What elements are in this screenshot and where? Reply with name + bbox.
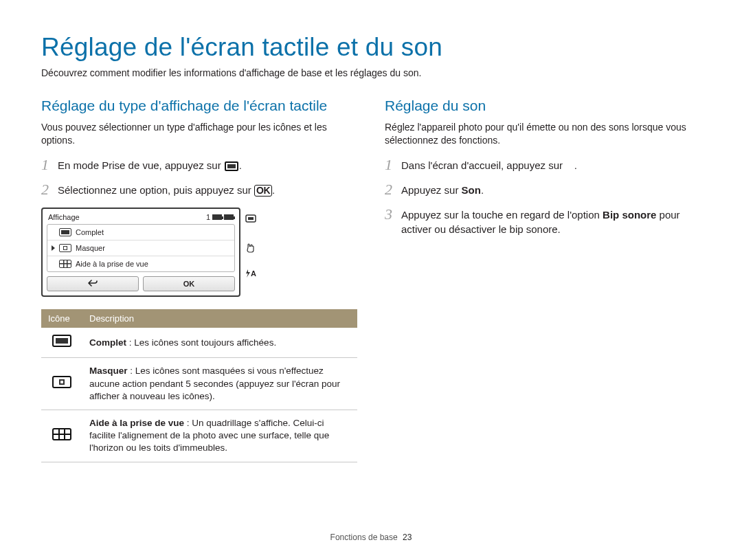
right-step-1: 1 Dans l'écran d'accueil, appuyez sur . — [385, 157, 701, 173]
table-icon-cell — [41, 328, 82, 358]
cs-item-label: Aide à la prise de vue — [76, 260, 148, 268]
hand-ois-icon — [245, 242, 257, 251]
selection-marker-icon — [52, 245, 55, 251]
cs-item-label: Complet — [76, 228, 104, 236]
table-icon-cell — [41, 358, 82, 410]
masquer-icon — [59, 244, 71, 252]
cs-buttons: OK — [47, 276, 235, 291]
cs-count: 1 — [206, 213, 210, 221]
step-text: Sélectionnez une option, puis appuyez su… — [58, 181, 275, 197]
left-step-1: 1 En mode Prise de vue, appuyez sur . — [41, 157, 357, 173]
cs-item-masquer: Masquer — [47, 240, 234, 256]
grid-icon — [52, 428, 71, 440]
masquer-icon — [52, 376, 71, 388]
step-text-part: Appuyez sur la touche en regard de l'opt… — [401, 209, 603, 221]
step-number: 1 — [41, 157, 58, 173]
step-text-part: . — [481, 184, 484, 196]
right-column: Réglage du son Réglez l'appareil photo p… — [385, 98, 701, 462]
cs-back-button — [47, 276, 139, 291]
table-desc-cell: Complet : Les icônes sont toujours affic… — [82, 328, 357, 358]
cs-item-complet: Complet — [47, 225, 234, 240]
page-title: Réglage de l'écran tactile et du son — [41, 33, 701, 62]
footer-section: Fonctions de base — [330, 533, 398, 542]
step-number: 3 — [385, 206, 401, 223]
grid-icon — [59, 260, 71, 268]
table-row: Masquer : Les icônes sont masquées si vo… — [41, 358, 357, 410]
step-text: En mode Prise de vue, appuyez sur . — [58, 157, 242, 172]
left-column: Réglage du type d'affichage de l'écran t… — [41, 98, 357, 462]
right-steps: 1 Dans l'écran d'accueil, appuyez sur . … — [385, 157, 701, 236]
cs-ok-button: OK — [143, 276, 235, 291]
right-heading: Réglage du son — [385, 98, 701, 114]
step-bold-term: Bip sonore — [603, 209, 656, 221]
manual-page: Réglage de l'écran tactile et du son Déc… — [0, 0, 742, 560]
step-text-part: Dans l'écran d'accueil, appuyez sur — [401, 159, 565, 171]
table-row: Aide à la prise de vue : Un quadrillage … — [41, 410, 357, 462]
table-row: Complet : Les icônes sont toujours affic… — [41, 328, 357, 358]
mode-indicator-icon — [245, 214, 257, 224]
cs-title: Affichage — [48, 213, 80, 221]
battery-icon — [224, 214, 234, 220]
two-column-layout: Réglage du type d'affichage de l'écran t… — [41, 98, 701, 462]
row-term: Aide à la prise de vue — [89, 418, 184, 428]
row-desc: : Les icônes sont masquées si vous n'eff… — [89, 366, 340, 401]
table-desc-cell: Aide à la prise de vue : Un quadrillage … — [82, 410, 357, 462]
step-number: 2 — [385, 181, 401, 198]
cs-item-label: Masquer — [76, 244, 105, 252]
step-text-part: Appuyez sur — [401, 184, 462, 196]
row-desc: : Les icônes sont toujours affichées. — [126, 337, 276, 348]
left-steps: 1 En mode Prise de vue, appuyez sur . 2 … — [41, 157, 357, 198]
svg-rect-1 — [248, 217, 254, 220]
camera-side-indicators: A — [245, 214, 257, 279]
page-footer: Fonctions de base 23 — [0, 533, 742, 542]
complet-icon — [59, 228, 71, 236]
step-text: Appuyez sur la touche en regard de l'opt… — [401, 206, 701, 236]
selection-marker — [52, 261, 55, 267]
camera-screen-wrapper: Affichage 1 Complet — [41, 208, 240, 297]
step-bold-term: Son — [462, 184, 481, 196]
cs-header-right: 1 — [206, 213, 234, 221]
left-heading: Réglage du type d'affichage de l'écran t… — [41, 98, 357, 114]
row-term: Complet — [89, 337, 126, 348]
table-desc-cell: Masquer : Les icônes sont masquées si vo… — [82, 358, 357, 410]
table-header-desc: Description — [82, 309, 357, 328]
left-intro: Vous pouvez sélectionner un type d'affic… — [41, 121, 357, 147]
left-step-2: 2 Sélectionnez une option, puis appuyez … — [41, 181, 357, 198]
complet-icon — [52, 335, 71, 347]
right-step-2: 2 Appuyez sur Son. — [385, 181, 701, 198]
camera-screen-header: Affichage 1 — [47, 213, 235, 224]
ok-icon: OK — [254, 185, 272, 197]
selection-marker — [52, 229, 55, 235]
right-step-3: 3 Appuyez sur la touche en regard de l'o… — [385, 206, 701, 236]
icon-description-table: Icône Description Complet : Les icônes s… — [41, 309, 357, 462]
cs-item-aide: Aide à la prise de vue — [47, 256, 234, 271]
row-term: Masquer — [89, 366, 128, 376]
right-intro: Réglez l'appareil photo pour qu'il émett… — [385, 121, 701, 147]
step-number: 1 — [385, 157, 401, 173]
footer-page-number: 23 — [403, 533, 412, 542]
flash-auto-icon: A — [245, 269, 257, 279]
step-text: Dans l'écran d'accueil, appuyez sur . — [401, 157, 577, 172]
battery-icon — [212, 214, 222, 220]
table-header-icon: Icône — [41, 309, 82, 328]
display-mode-icon — [225, 161, 238, 171]
page-subtitle: Découvrez comment modifier les informati… — [41, 67, 701, 78]
step-text-part: En mode Prise de vue, appuyez sur — [58, 159, 224, 171]
cs-option-list: Complet Masquer Aide à la prise de vue — [47, 224, 235, 272]
step-text-part: Sélectionnez une option, puis appuyez su… — [58, 184, 254, 196]
step-text: Appuyez sur Son. — [401, 181, 484, 197]
step-number: 2 — [41, 181, 58, 198]
back-arrow-icon — [88, 280, 98, 287]
table-icon-cell — [41, 410, 82, 462]
camera-screen: Affichage 1 Complet — [41, 208, 240, 297]
